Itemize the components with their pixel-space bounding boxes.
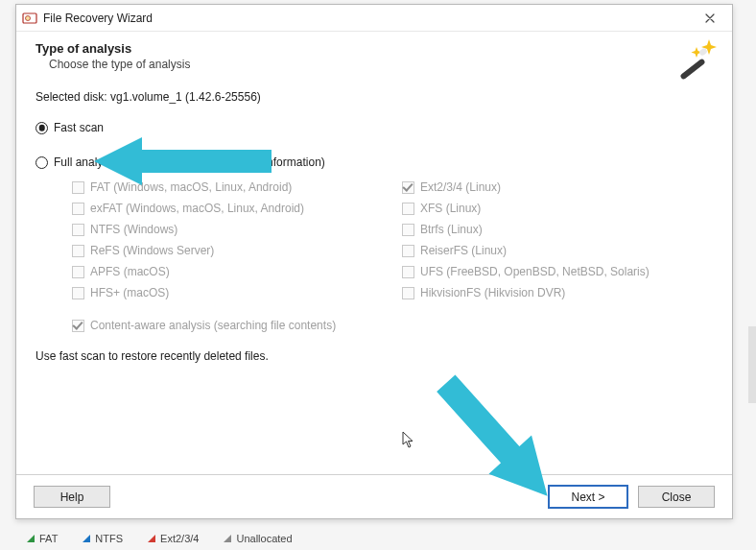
checkbox-label: HikvisionFS (Hikvision DVR)	[420, 286, 565, 299]
radio-full-analysis[interactable]: Full analysis (searching for any availab…	[35, 155, 713, 169]
checkbox-icon	[402, 245, 414, 257]
checkbox-btrfs: Btrfs (Linux)	[402, 223, 713, 236]
checkbox-icon	[402, 266, 414, 278]
checkbox-label: APFS (macOS)	[90, 265, 170, 278]
button-bar: Help Next > Close	[16, 474, 732, 518]
legend-fat: FAT	[27, 533, 58, 544]
checkbox-ext: Ext2/3/4 (Linux)	[402, 180, 713, 194]
checkbox-exfat: exFAT (Windows, macOS, Linux, Android)	[72, 202, 383, 215]
checkbox-reiserfs: ReiserFS (Linux)	[402, 244, 713, 257]
checkbox-icon	[402, 224, 414, 236]
checkbox-xfs: XFS (Linux)	[402, 202, 713, 215]
checkbox-icon	[72, 203, 84, 215]
hint-text: Use fast scan to restore recently delete…	[35, 349, 713, 363]
triangle-icon	[224, 535, 231, 542]
wizard-header: Type of analysis Choose the type of anal…	[16, 32, 732, 81]
svg-point-1	[26, 15, 31, 20]
checkbox-label: Content-aware analysis (searching file c…	[90, 319, 336, 332]
checkbox-label: NTFS (Windows)	[90, 223, 177, 236]
legend-ext: Ext2/3/4	[148, 533, 199, 544]
checkbox-label: ReiserFS (Linux)	[420, 244, 507, 257]
checkbox-content-aware: Content-aware analysis (searching file c…	[72, 319, 713, 332]
checkbox-icon	[72, 245, 84, 257]
titlebar: File Recovery Wizard	[16, 5, 732, 32]
checkbox-label: UFS (FreeBSD, OpenBSD, NetBSD, Solaris)	[420, 265, 650, 278]
checkbox-label: ReFS (Windows Server)	[90, 244, 214, 257]
wizard-dialog: File Recovery Wizard Type of analysis Ch…	[15, 4, 733, 519]
close-icon	[705, 13, 715, 23]
checkbox-hfs: HFS+ (macOS)	[72, 286, 383, 299]
checkbox-label: FAT (Windows, macOS, Linux, Android)	[90, 180, 292, 194]
legend-unallocated: Unallocated	[224, 533, 292, 544]
page-heading: Type of analysis	[35, 41, 713, 56]
radio-label: Full analysis (searching for any availab…	[54, 155, 325, 169]
wizard-body: Selected disk: vg1.volume_1 (1.42.6-2555…	[16, 81, 732, 474]
checkbox-icon	[402, 287, 414, 299]
selected-disk-label: Selected disk: vg1.volume_1 (1.42.6-2555…	[35, 90, 713, 104]
svg-rect-4	[679, 58, 705, 80]
checkbox-refs: ReFS (Windows Server)	[72, 244, 383, 257]
checkbox-icon	[72, 266, 84, 278]
checkbox-hikvisionfs: HikvisionFS (Hikvision DVR)	[402, 286, 713, 299]
checkbox-icon	[72, 320, 84, 332]
close-button[interactable]	[694, 8, 726, 29]
close-dialog-button[interactable]: Close	[638, 486, 715, 508]
checkbox-icon	[72, 287, 84, 299]
triangle-icon	[148, 535, 155, 542]
checkbox-label: Ext2/3/4 (Linux)	[420, 180, 501, 194]
legend-bar: FAT NTFS Ext2/3/4 Unallocated	[27, 533, 293, 544]
checkbox-ufs: UFS (FreeBSD, OpenBSD, NetBSD, Solaris)	[402, 265, 713, 278]
checkbox-apfs: APFS (macOS)	[72, 265, 383, 278]
next-button[interactable]: Next >	[548, 485, 628, 509]
legend-ntfs: NTFS	[83, 533, 123, 544]
triangle-icon	[83, 535, 90, 542]
checkbox-icon	[72, 181, 84, 194]
mouse-cursor-icon	[402, 431, 415, 448]
page-subheading: Choose the type of analysis	[49, 58, 713, 71]
app-icon	[22, 11, 37, 26]
checkbox-icon	[72, 224, 84, 236]
checkbox-label: HFS+ (macOS)	[90, 286, 169, 299]
help-button[interactable]: Help	[34, 486, 110, 508]
wizard-wand-icon	[673, 36, 719, 82]
radio-fast-scan[interactable]: Fast scan	[35, 121, 713, 134]
checkbox-icon	[402, 181, 414, 194]
checkbox-icon	[402, 203, 414, 215]
filesystem-grid: FAT (Windows, macOS, Linux, Android) Ext…	[72, 180, 713, 299]
checkbox-label: exFAT (Windows, macOS, Linux, Android)	[90, 202, 304, 215]
radio-icon	[35, 156, 48, 169]
checkbox-ntfs: NTFS (Windows)	[72, 223, 383, 236]
checkbox-fat: FAT (Windows, macOS, Linux, Android)	[72, 180, 383, 194]
triangle-icon	[27, 535, 35, 542]
window-title: File Recovery Wizard	[43, 12, 694, 25]
radio-label: Fast scan	[54, 121, 104, 134]
radio-icon	[35, 122, 48, 134]
checkbox-label: XFS (Linux)	[420, 202, 481, 215]
checkbox-label: Btrfs (Linux)	[420, 223, 483, 236]
